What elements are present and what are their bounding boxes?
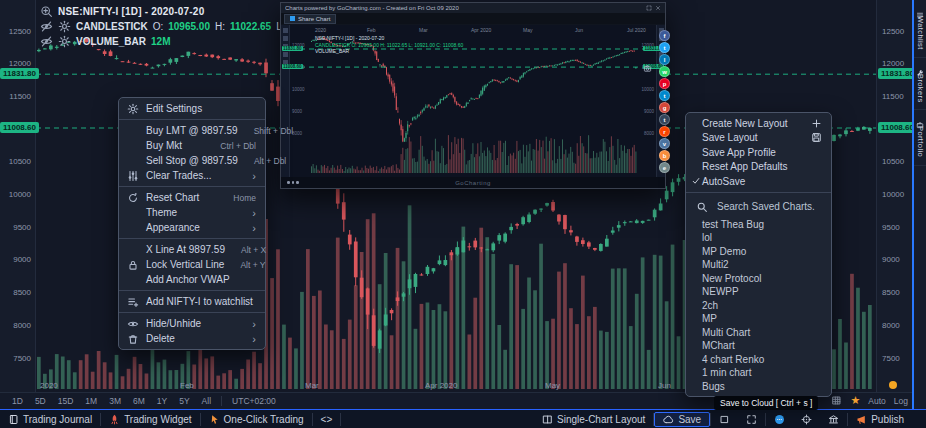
context-menu-item[interactable]: Clear Trades...› bbox=[119, 168, 265, 183]
context-menu-item[interactable]: X Line At 9897.59Alt + X bbox=[119, 242, 265, 257]
chat-icon bbox=[774, 414, 785, 425]
timeframe-all[interactable]: All bbox=[196, 396, 217, 406]
share-pinterest-button[interactable]: p bbox=[659, 78, 670, 89]
one-click-trading-button[interactable]: One-Click Trading bbox=[201, 412, 312, 427]
expand-button[interactable] bbox=[738, 412, 765, 427]
context-menu-item[interactable]: Add Anchor VWAP bbox=[119, 272, 265, 287]
log-scale-toggle[interactable]: Log bbox=[894, 396, 908, 406]
hide-volume-icon[interactable] bbox=[40, 35, 53, 48]
chart-context-menu: Edit SettingsBuy LMT @ 9897.59Shift + Db… bbox=[118, 97, 266, 350]
sidebar-tab-portfolio[interactable]: Portfolio bbox=[914, 110, 926, 165]
hide-study-icon[interactable] bbox=[40, 20, 53, 33]
saved-chart-item[interactable]: NEWPP bbox=[686, 285, 831, 299]
layout-menu-item[interactable]: Save App Profile bbox=[686, 145, 831, 160]
context-menu-item[interactable]: Lock Vertical LineAlt + Y bbox=[119, 257, 265, 272]
price-tick: 8000 bbox=[877, 321, 912, 330]
crosshair-button[interactable] bbox=[793, 412, 820, 427]
saved-charts-search-input[interactable]: Search Saved Charts. bbox=[686, 196, 831, 218]
price-axis-right[interactable]: 1250012000115001050010000950090008500800… bbox=[876, 0, 912, 392]
timeframe-1y[interactable]: 1Y bbox=[151, 396, 173, 406]
menu-item-label: Theme bbox=[146, 207, 236, 218]
timeframe-6m[interactable]: 6M bbox=[127, 396, 151, 406]
saved-chart-item[interactable]: 4 chart Renko bbox=[686, 353, 831, 367]
share-facebook-button[interactable]: f bbox=[659, 30, 670, 41]
saved-chart-item[interactable]: MP Demo bbox=[686, 245, 831, 259]
share-gmail-button[interactable]: g bbox=[659, 102, 670, 113]
sidebar-tab-watchlist[interactable]: Watchlist bbox=[914, 0, 926, 58]
auto-scale-toggle[interactable]: Auto bbox=[868, 396, 886, 406]
timeframe-5y[interactable]: 5Y bbox=[173, 396, 195, 406]
layout-menu-item[interactable]: Save Layout bbox=[686, 131, 831, 146]
saved-chart-item[interactable]: 2ch bbox=[686, 299, 831, 313]
saved-chart-item[interactable]: Multi2 bbox=[686, 258, 831, 272]
context-menu-item[interactable]: Edit Settings bbox=[119, 101, 265, 116]
context-menu-item[interactable]: Add NIFTY-I to watchlist bbox=[119, 294, 265, 309]
price-axis-left[interactable]: 1250012000115001050010000950090008500800… bbox=[0, 0, 36, 392]
timeframe-15d[interactable]: 15D bbox=[52, 396, 80, 406]
volume-settings-icon[interactable] bbox=[58, 35, 71, 48]
saved-chart-item[interactable]: lol bbox=[686, 231, 831, 245]
bank-button[interactable] bbox=[820, 412, 847, 427]
popup-expand-icon[interactable] bbox=[646, 5, 652, 11]
single-chart-layout-button[interactable]: Single-Chart Layout bbox=[534, 412, 653, 427]
context-menu-item[interactable]: Appearance› bbox=[119, 220, 265, 235]
share-email-button[interactable]: e bbox=[659, 162, 670, 173]
saved-chart-item[interactable]: Bugs bbox=[686, 380, 831, 394]
popup-footer: GoCharting bbox=[281, 177, 665, 188]
menu-item-label: Sell Stop @ 9897.59 bbox=[146, 155, 238, 166]
share-reddit-button[interactable]: r bbox=[659, 126, 670, 137]
share-chart-tab[interactable]: Share Chart bbox=[284, 14, 336, 24]
timeframe-3m[interactable]: 3M bbox=[103, 396, 127, 406]
sliders-icon bbox=[127, 170, 139, 182]
zoom-icon[interactable] bbox=[40, 5, 53, 18]
share-twitter-button[interactable]: t bbox=[659, 42, 670, 53]
menu-item-shortcut: Alt + Y bbox=[240, 260, 265, 270]
saved-chart-item[interactable]: New Protocol bbox=[686, 272, 831, 286]
favorite-star-icon[interactable]: ★ bbox=[850, 395, 860, 406]
saved-chart-item[interactable]: test Thea Bug bbox=[686, 218, 831, 232]
context-menu-item[interactable]: Buy LMT @ 9897.59Shift + Dbl bbox=[119, 123, 265, 138]
mini-price-badge: 11831.80 bbox=[282, 46, 303, 51]
layout-menu-item[interactable]: Create New Layout bbox=[686, 116, 831, 131]
timezone-label[interactable]: UTC+02:00 bbox=[226, 396, 282, 406]
share-whatsapp-button[interactable]: w bbox=[659, 66, 670, 77]
context-menu-item[interactable]: Theme› bbox=[119, 205, 265, 220]
saved-chart-item[interactable]: MP bbox=[686, 312, 831, 326]
timeframe-1d[interactable]: 1D bbox=[6, 396, 29, 406]
context-menu-item[interactable]: Buy MktCtrl + Dbl bbox=[119, 138, 265, 153]
menu-item-shortcut: Shift + Dbl bbox=[254, 126, 293, 136]
context-menu-item[interactable]: Hide/Unhide› bbox=[119, 316, 265, 331]
save-button[interactable]: Save bbox=[654, 412, 710, 427]
sidebar-tab-brokers[interactable]: Brokers bbox=[914, 58, 926, 111]
publish-button[interactable]: Publish bbox=[848, 412, 912, 427]
timeframe-5d[interactable]: 5D bbox=[29, 396, 52, 406]
context-menu-item[interactable]: Delete› bbox=[119, 331, 265, 346]
chat-button[interactable] bbox=[766, 412, 793, 427]
trading-widget-button[interactable]: Trading Widget bbox=[101, 412, 199, 427]
context-menu-item[interactable]: Sell Stop @ 9897.59Alt + Dbl bbox=[119, 153, 265, 168]
saved-chart-item[interactable]: Multi Chart bbox=[686, 326, 831, 340]
grid-settings-icon[interactable] bbox=[831, 395, 842, 406]
share-telegram-button[interactable]: t bbox=[659, 90, 670, 101]
study-settings-icon[interactable] bbox=[58, 20, 71, 33]
mini-month-label: Apr 2020 bbox=[471, 27, 491, 33]
-button[interactable]: <> bbox=[313, 412, 341, 427]
layout-icon bbox=[542, 414, 553, 425]
saved-chart-item[interactable]: MChart bbox=[686, 339, 831, 353]
popup-close-icon[interactable] bbox=[655, 5, 661, 11]
share-linkedin-button[interactable]: l bbox=[659, 54, 670, 65]
symbol-title[interactable]: NSE:NIFTY-I [1D] - 2020-07-20 bbox=[58, 6, 204, 17]
layout-menu-item[interactable]: AutoSave bbox=[686, 174, 831, 189]
price-tick: 9500 bbox=[0, 223, 35, 232]
layout-menu-item[interactable]: Reset App Defaults bbox=[686, 160, 831, 175]
squareicn-button[interactable] bbox=[711, 412, 738, 427]
saved-chart-item[interactable]: 1 min chart bbox=[686, 366, 831, 380]
share-tumblr-button[interactable]: t bbox=[659, 114, 670, 125]
timeframe-1m[interactable]: 1M bbox=[79, 396, 103, 406]
trading-journal-button[interactable]: Trading Journal bbox=[0, 412, 100, 427]
share-vk-button[interactable]: v bbox=[659, 138, 670, 149]
camera-icon[interactable] bbox=[643, 59, 652, 68]
menu-item-label: Edit Settings bbox=[146, 103, 256, 114]
share-blogger-button[interactable]: b bbox=[659, 150, 670, 161]
context-menu-item[interactable]: Reset ChartHome bbox=[119, 190, 265, 205]
